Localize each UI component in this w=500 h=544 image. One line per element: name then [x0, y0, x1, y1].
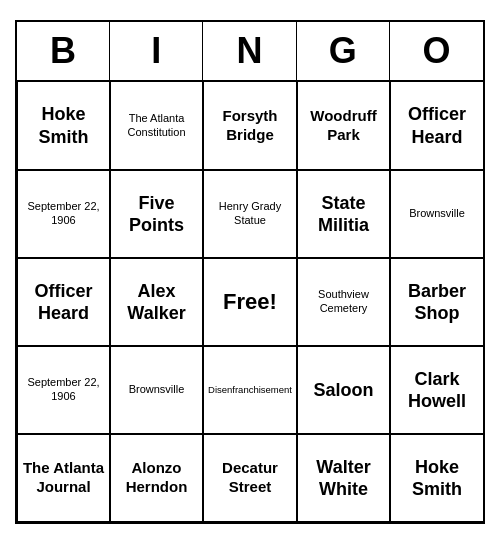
cell-text: Hoke Smith — [22, 103, 105, 148]
cell-text: Southview Cemetery — [302, 288, 385, 316]
bingo-cell[interactable]: Disenfranchisement — [203, 346, 297, 434]
cell-text: Brownsville — [409, 207, 465, 221]
cell-text: Officer Heard — [395, 103, 479, 148]
cell-text: Clark Howell — [395, 368, 479, 413]
bingo-cell[interactable]: Officer Heard — [390, 82, 483, 170]
bingo-cell[interactable]: Decatur Street — [203, 434, 297, 522]
bingo-cell[interactable]: September 22, 1906 — [17, 170, 110, 258]
cell-text: Walter White — [302, 456, 385, 501]
cell-text: September 22, 1906 — [22, 376, 105, 404]
bingo-cell[interactable]: Woodruff Park — [297, 82, 390, 170]
cell-text: The Atlanta Journal — [22, 459, 105, 497]
bingo-cell[interactable]: Forsyth Bridge — [203, 82, 297, 170]
bingo-cell[interactable]: State Militia — [297, 170, 390, 258]
header-letter: I — [110, 22, 203, 80]
header-letter: O — [390, 22, 483, 80]
bingo-cell[interactable]: Hoke Smith — [390, 434, 483, 522]
cell-text: Alonzo Herndon — [115, 459, 198, 497]
cell-text: Five Points — [115, 192, 198, 237]
bingo-cell[interactable]: Southview Cemetery — [297, 258, 390, 346]
cell-text: Woodruff Park — [302, 107, 385, 145]
bingo-card: BINGO Hoke SmithThe Atlanta Constitution… — [15, 20, 485, 524]
bingo-cell[interactable]: The Atlanta Constitution — [110, 82, 203, 170]
bingo-cell[interactable]: Henry Grady Statue — [203, 170, 297, 258]
header-letter: B — [17, 22, 110, 80]
cell-text: September 22, 1906 — [22, 200, 105, 228]
bingo-cell[interactable]: Hoke Smith — [17, 82, 110, 170]
bingo-cell[interactable]: Five Points — [110, 170, 203, 258]
cell-text: Disenfranchisement — [208, 384, 292, 396]
bingo-cell[interactable]: Alex Walker — [110, 258, 203, 346]
bingo-cell[interactable]: Brownsville — [110, 346, 203, 434]
header-letter: N — [203, 22, 296, 80]
cell-text: Barber Shop — [395, 280, 479, 325]
bingo-cell[interactable]: The Atlanta Journal — [17, 434, 110, 522]
bingo-cell[interactable]: Barber Shop — [390, 258, 483, 346]
cell-text: Saloon — [313, 379, 373, 402]
header-letter: G — [297, 22, 390, 80]
bingo-cell[interactable]: Free! — [203, 258, 297, 346]
bingo-cell[interactable]: Officer Heard — [17, 258, 110, 346]
cell-text: Henry Grady Statue — [208, 200, 292, 228]
bingo-cell[interactable]: Brownsville — [390, 170, 483, 258]
cell-text: Alex Walker — [115, 280, 198, 325]
cell-text: Hoke Smith — [395, 456, 479, 501]
bingo-cell[interactable]: Alonzo Herndon — [110, 434, 203, 522]
bingo-header: BINGO — [17, 22, 483, 82]
bingo-cell[interactable]: Walter White — [297, 434, 390, 522]
bingo-cell[interactable]: Clark Howell — [390, 346, 483, 434]
cell-text: Officer Heard — [22, 280, 105, 325]
bingo-cell[interactable]: September 22, 1906 — [17, 346, 110, 434]
cell-text: Decatur Street — [208, 459, 292, 497]
bingo-cell[interactable]: Saloon — [297, 346, 390, 434]
bingo-grid: Hoke SmithThe Atlanta ConstitutionForsyt… — [17, 82, 483, 522]
cell-text: Brownsville — [129, 383, 185, 397]
cell-text: Free! — [223, 288, 277, 316]
cell-text: Forsyth Bridge — [208, 107, 292, 145]
cell-text: State Militia — [302, 192, 385, 237]
cell-text: The Atlanta Constitution — [115, 112, 198, 140]
